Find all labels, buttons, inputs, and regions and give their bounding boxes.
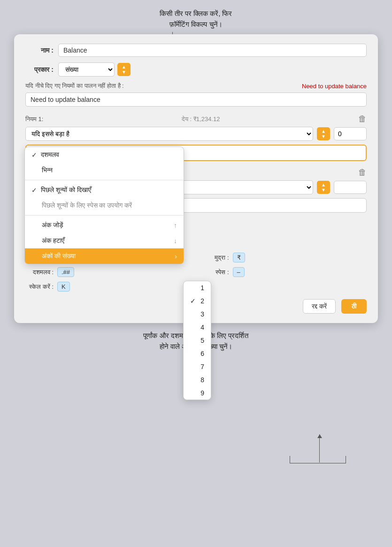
- add-digit-arrow-up: ↑: [174, 222, 177, 229]
- dropdown-item-digit-count[interactable]: अंकों की संख्या ›: [25, 248, 184, 264]
- submenu-item-4[interactable]: ✓ 4: [184, 321, 211, 334]
- rule2-condition-spinner[interactable]: ▲▼: [317, 181, 330, 194]
- submenu-item-9[interactable]: ✓ 9: [184, 386, 211, 400]
- submenu-label-5: 5: [200, 337, 204, 344]
- dropdown-decimal-label: दशमलव: [41, 151, 59, 159]
- name-label: नाम :: [25, 46, 58, 54]
- check-icon: ✓: [190, 297, 196, 305]
- submenu-item-6[interactable]: ✓ 6: [184, 347, 211, 360]
- rule1-number-input[interactable]: [334, 127, 367, 140]
- dropdown-remove-digit-label: अंक हटाएँ: [42, 237, 64, 245]
- submenu: ✓ 1 ✓ 2 ✓ 3 ✓ 4 ✓ 5 ✓ 6 ✓ 7 ✓ 8 ✓ 9: [183, 281, 211, 400]
- name-input[interactable]: [58, 44, 367, 57]
- space-badge[interactable]: –: [233, 267, 245, 277]
- condition-right-text: Need to update balance: [302, 83, 367, 90]
- condition-label-text: यदि नीचे दिए गए नियमों का पालन नहीं होता…: [25, 82, 124, 90]
- type-spinner[interactable]: ▲ ▼: [117, 63, 131, 76]
- space-label: स्पेस :: [201, 269, 229, 276]
- rule2-delete-icon[interactable]: 🗑: [358, 168, 367, 177]
- type-row: प्रकार : संख्या ▲ ▼: [25, 62, 367, 77]
- submenu-label-2: 2: [200, 297, 204, 305]
- name-row: नाम :: [25, 44, 367, 57]
- tooltip-top: किसी तीर पर क्लिक करें, फिर फ़ॉर्मेटिंग …: [0, 0, 392, 34]
- submenu-label-9: 9: [200, 389, 204, 397]
- ok-button[interactable]: ठी: [341, 299, 367, 314]
- dropdown-add-digit-label: अंक जोड़ें: [42, 221, 63, 229]
- dropdown-divider1: [25, 180, 184, 180]
- remove-digit-arrow-down: ↓: [174, 237, 177, 245]
- scale-row: स्केल करें : K: [25, 282, 192, 292]
- rule1-label: नियम 1:: [25, 116, 43, 123]
- cancel-button[interactable]: रद्द करें: [303, 299, 336, 314]
- submenu-label-8: 8: [200, 376, 204, 384]
- dropdown-item-fraction[interactable]: भिन्न: [25, 162, 184, 178]
- space-row: स्पेस : –: [201, 267, 367, 277]
- submenu-label-4: 4: [200, 324, 204, 331]
- type-select[interactable]: संख्या: [58, 62, 115, 77]
- decimal-row: दशमलव : .##: [25, 267, 192, 277]
- chevron-right-icon: ›: [175, 253, 177, 260]
- dropdown-space-label: पिछले शून्यों के लिए स्पेस का उपयोग करें: [42, 201, 132, 209]
- dropdown-trailing-label: पिछले शून्यों को दिखाएँ: [41, 186, 91, 194]
- dropdown-fraction-label: भिन्न: [42, 166, 53, 174]
- currency-row: मुद्रा : ₹: [201, 253, 367, 262]
- submenu-item-7[interactable]: ✓ 7: [184, 360, 211, 373]
- tooltip-line2: फ़ॉर्मेटिंग विकल्प चुनें।: [169, 20, 222, 28]
- decimal-label: दशमलव :: [25, 269, 54, 276]
- submenu-label-3: 3: [200, 310, 204, 318]
- bottom-arrow: [319, 434, 320, 462]
- currency-option-badge[interactable]: ₹: [233, 253, 245, 262]
- rule1-header: नियम 1: देय : ₹1,234.12 🗑: [25, 114, 367, 124]
- rule2-number-input[interactable]: [334, 181, 367, 194]
- dropdown-item-space[interactable]: पिछले शून्यों के लिए स्पेस का उपयोग करें: [25, 198, 184, 213]
- currency-label: मुद्रा :: [201, 254, 229, 262]
- submenu-label-6: 6: [200, 350, 204, 357]
- scale-label: स्केल करें :: [25, 283, 54, 291]
- submenu-label-7: 7: [200, 363, 204, 370]
- type-label: प्रकार :: [25, 66, 58, 74]
- condition-header: यदि नीचे दिए गए नियमों का पालन नहीं होता…: [25, 82, 367, 90]
- rule1-delete-icon[interactable]: 🗑: [358, 114, 367, 124]
- dropdown-item-remove-digit[interactable]: अंक हटाएँ ↓: [25, 233, 184, 248]
- rule1-right: देय : ₹1,234.12: [182, 116, 220, 123]
- tooltip-line1: किसी तीर पर क्लिक करें, फिर: [160, 9, 232, 17]
- scale-badge[interactable]: K: [57, 282, 70, 292]
- dropdown-item-trailing-zeros[interactable]: पिछले शून्यों को दिखाएँ: [25, 182, 184, 198]
- condition-value-box: Need to update balance: [25, 92, 367, 107]
- rule1-condition-select[interactable]: यदि इससे बड़ा है: [25, 127, 313, 141]
- submenu-item-2[interactable]: ✓ 2: [184, 294, 211, 308]
- type-select-wrap: संख्या ▲ ▼: [58, 62, 131, 77]
- submenu-item-1[interactable]: ✓ 1: [184, 281, 211, 294]
- dropdown-menu: दशमलव भिन्न पिछले शून्यों को दिखाएँ पिछल…: [24, 146, 184, 264]
- dropdown-item-add-digit[interactable]: अंक जोड़ें ↑: [25, 217, 184, 233]
- submenu-label-1: 1: [200, 284, 204, 292]
- decimal-badge[interactable]: .##: [57, 267, 74, 277]
- rule1-condition-spinner[interactable]: ▲▼: [317, 127, 330, 140]
- submenu-item-3[interactable]: ✓ 3: [184, 308, 211, 321]
- dropdown-digit-count-label: अंकों की संख्या: [42, 252, 76, 260]
- bottom-bracket: [290, 456, 346, 463]
- submenu-item-5[interactable]: ✓ 5: [184, 334, 211, 347]
- submenu-item-8[interactable]: ✓ 8: [184, 373, 211, 386]
- dropdown-divider2: [25, 215, 184, 216]
- condition-value-text: Need to update balance: [31, 96, 100, 103]
- rule1-condition-row: यदि इससे बड़ा है ▲▼: [25, 127, 367, 141]
- dropdown-item-decimal[interactable]: दशमलव: [25, 147, 184, 162]
